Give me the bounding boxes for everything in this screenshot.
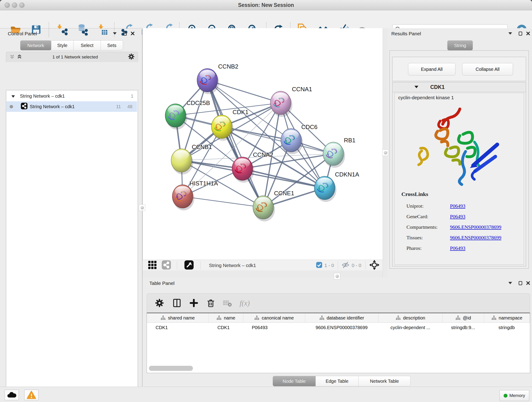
create-column-plus-icon[interactable] (187, 296, 201, 310)
network-collection-label: String Network – cdk1 (20, 94, 65, 99)
crosslink-value-link[interactable]: 9606.ENSP00000378699 (450, 235, 501, 241)
network-node-label-CCNA2: CCNA2 (253, 151, 273, 158)
memory-label: Memory (509, 393, 525, 398)
column-header-databaseidentifier[interactable]: database identifier (305, 313, 379, 322)
left-splitter-handle[interactable] (139, 204, 145, 211)
network-edge-CCNA2-CDKN1A[interactable] (242, 169, 325, 188)
crosslink-row: GeneCard:P06493 (406, 211, 521, 222)
tab-sets[interactable]: Sets (101, 40, 123, 51)
network-node-label-CCNB2: CCNB2 (218, 63, 238, 70)
network-node-label-CDKN1A: CDKN1A (335, 171, 359, 178)
table-options-gear-icon[interactable] (152, 296, 167, 310)
crosslink-label: Compartments: (406, 224, 450, 230)
network-edge-CCNB2-CCNE1[interactable] (207, 80, 263, 207)
show-columns-icon[interactable] (170, 296, 184, 310)
grid-view-icon[interactable] (148, 261, 157, 270)
window-title: Session: New Session (0, 2, 532, 8)
collapse-all-button[interactable]: Collapse All (462, 63, 513, 75)
status-bar (0, 387, 532, 402)
network-view-toolbar: String Network – cdk1 1 - 0 0 - 0 (143, 260, 383, 271)
memory-button[interactable]: Memory (500, 390, 529, 401)
birdseye-navigator-icon[interactable] (369, 260, 380, 271)
network-node-CDC6[interactable]: CDC6 (281, 123, 317, 154)
hidden-eye-icon[interactable] (342, 262, 349, 269)
collapse-all-icon[interactable] (9, 54, 15, 60)
selected-checkbox-icon[interactable] (316, 262, 322, 269)
network-node-HIST1H1A[interactable]: HIST1H1A (172, 180, 218, 211)
gene-section: CDK1 cyclin-dependent kinase 1 (392, 82, 526, 266)
table-panel-float-icon[interactable] (517, 280, 524, 286)
share-view-icon[interactable] (162, 260, 171, 270)
network-edge-count: 48 (127, 104, 133, 109)
network-node-CCNA1[interactable]: CCNA1 (270, 86, 312, 117)
network-collection-count: 1 (131, 94, 133, 99)
control-panel: Control Panel Network Style Select Sets … (0, 28, 142, 387)
table-panel-title: Table Panel (149, 281, 175, 286)
crosslinks-heading: CrossLinks (401, 191, 428, 197)
crosslinks-list: Uniprot:P06493GeneCard:P06493Compartment… (406, 201, 521, 254)
tree-expander-icon[interactable] (12, 94, 15, 99)
tab-network[interactable]: Network (20, 40, 51, 51)
tab-string[interactable]: String (447, 40, 473, 51)
control-panel-float-icon[interactable] (121, 31, 128, 36)
crosslink-value-link[interactable]: P06493 (450, 245, 465, 251)
network-node-CDKN1A[interactable]: CDKN1A (314, 171, 359, 202)
gene-description: cyclin-dependent kinase 1 (398, 95, 454, 100)
network-edge-CCNE1-HIST1H1A[interactable] (183, 196, 263, 207)
expand-all-icon[interactable] (17, 54, 22, 60)
main-toolbar: ? (0, 10, 532, 28)
network-node-CCNA2[interactable]: CCNA2 (232, 151, 273, 183)
tab-select[interactable]: Select (73, 40, 101, 51)
results-panel-menu-icon[interactable] (507, 31, 514, 36)
tab-edge-table[interactable]: Edge Table (316, 376, 359, 386)
control-panel-menu-icon[interactable] (111, 31, 118, 36)
column-header-id[interactable]: @id (443, 313, 484, 322)
column-header-sharedname[interactable]: shared name (147, 313, 209, 322)
detach-view-icon[interactable] (184, 260, 194, 270)
table-panel-close-icon[interactable] (525, 280, 532, 286)
section-collapse-icon[interactable] (414, 85, 418, 89)
column-header-description[interactable]: description (379, 313, 443, 322)
warnings-button[interactable] (24, 390, 38, 400)
network-canvas[interactable]: CCNB2CCNA1CDC25BCDK1CDC6RB1CCNB1CCNA2CDK… (143, 28, 383, 260)
cloud-icon (7, 391, 17, 399)
network-row[interactable]: String Network – cdk1 11 48 (6, 101, 137, 112)
table-cell: CDK1 (147, 323, 209, 332)
cloud-status-button[interactable] (5, 390, 19, 400)
network-node-CCNB1[interactable]: CCNB1 (171, 143, 212, 174)
delete-table-icon (220, 296, 234, 310)
network-list-options-gear-icon[interactable] (128, 53, 134, 61)
table-splitter[interactable] (143, 270, 383, 277)
delete-column-trash-icon[interactable] (204, 296, 218, 310)
table-tabs: Node Table Edge Table Network Table (273, 376, 411, 386)
table-row[interactable]: CDK1CDK1P064939606.ENSP00000378699cyclin… (147, 323, 530, 332)
column-header-name[interactable]: name (209, 313, 243, 322)
control-panel-close-icon[interactable] (129, 31, 136, 36)
column-header-canonicalname[interactable]: canonical name (243, 313, 305, 322)
network-node-RB1[interactable]: RB1 (323, 137, 355, 168)
network-node-label-CDC6: CDC6 (301, 123, 317, 130)
table-horizontal-scrollbar[interactable] (149, 366, 193, 371)
results-panel-close-icon[interactable] (525, 31, 532, 36)
network-list-toolbar: 1 of 1 Network selected (6, 52, 138, 62)
network-node-label-CCNB1: CCNB1 (192, 143, 212, 150)
crosslink-label: Pharos: (406, 245, 450, 251)
crosslink-value-link[interactable]: 9606.ENSP00000378699 (450, 224, 501, 230)
column-header-namespace[interactable]: namespace (484, 313, 530, 322)
warning-icon (27, 390, 36, 399)
results-panel-float-icon[interactable] (517, 31, 524, 36)
crosslink-value-link[interactable]: P06493 (450, 214, 465, 220)
table-panel-menu-icon[interactable] (507, 280, 514, 286)
gene-section-header[interactable]: CDK1 (393, 82, 526, 92)
selected-count-badge: 1 - 0 (324, 263, 334, 268)
expand-all-button[interactable]: Expand All (408, 63, 456, 75)
table-cell: cyclin-dependent ... (378, 323, 443, 332)
table-cell: stringdb (484, 323, 530, 332)
network-node-CCNE1[interactable]: CCNE1 (253, 190, 294, 221)
tab-network-table[interactable]: Network Table (358, 376, 411, 386)
crosslink-value-link[interactable]: P06493 (450, 203, 465, 209)
tab-style[interactable]: Style (51, 40, 74, 51)
network-collection-row[interactable]: String Network – cdk1 1 (6, 91, 137, 101)
tab-node-table[interactable]: Node Table (273, 376, 316, 386)
table-cell: CDK1 (209, 323, 243, 332)
